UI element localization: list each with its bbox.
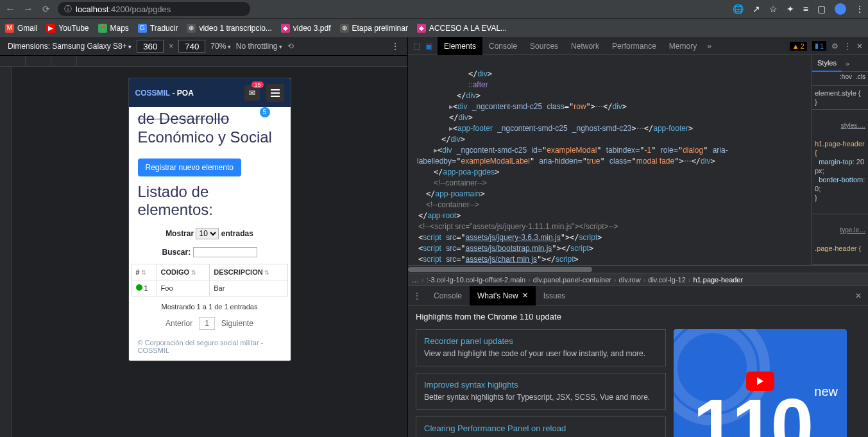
devtools-panel: ⬚ ▣ ElementsConsoleSourcesNetworkPerform…: [407, 37, 868, 437]
page-1-button[interactable]: 1: [199, 317, 215, 330]
element-style-block[interactable]: element.style { }: [812, 86, 868, 110]
col-desc[interactable]: DESCRIPCION: [210, 264, 287, 280]
reading-list-icon[interactable]: ≡: [803, 4, 808, 14]
whatsnew-video[interactable]: new 110: [674, 329, 847, 437]
style-rule-block[interactable]: styles.… h1.page-header { margin-top: 20…: [812, 110, 868, 214]
datatable-length: Mostrar 10 entradas: [129, 224, 291, 243]
close-tab-icon[interactable]: ✕: [522, 291, 528, 300]
drawer-menu-icon[interactable]: ⋮: [408, 291, 426, 300]
datatable-search: Buscar:: [129, 243, 291, 261]
media-icon[interactable]: ▢: [817, 4, 826, 14]
emulated-device: COSSMIL - POA ✉ 15 de DesarrolloEco: [129, 78, 291, 361]
url-host: localhost:4200/poa/pgdes: [76, 4, 171, 14]
list-title: Listado de elementos:: [129, 183, 291, 224]
device-more-icon[interactable]: ⋮: [391, 41, 400, 51]
device-width-input[interactable]: [137, 40, 164, 53]
whatsnew-headline: Highlights from the Chrome 110 update: [416, 312, 860, 321]
page-length-select[interactable]: 10: [196, 228, 219, 239]
page-title: de DesarrolloEconómico y Social 5: [138, 110, 282, 147]
prev-button[interactable]: Anterior: [166, 319, 192, 328]
profile-avatar-icon[interactable]: [835, 3, 846, 15]
styles-tab[interactable]: Styles: [812, 55, 842, 72]
notification-badge: 15: [251, 81, 263, 88]
col-number[interactable]: #: [132, 264, 157, 280]
devtools-tab-elements[interactable]: Elements: [438, 37, 482, 55]
dom-path-bar[interactable]: … ›:-3.col-lg-10.col-lg-offset-2.main›di…: [408, 273, 868, 286]
promo-new-label: new: [814, 384, 838, 399]
styles-more-icon[interactable]: »: [842, 60, 853, 67]
datatable-info: Mostrando 1 a 1 de 1 entradas: [129, 299, 291, 314]
devtools-tab-sources[interactable]: Sources: [523, 37, 565, 55]
hero-badge: 5: [260, 107, 270, 117]
throttle-dropdown[interactable]: No throttling: [236, 42, 282, 51]
device-height-input[interactable]: [178, 40, 205, 53]
drawer-tab-console[interactable]: Console: [426, 286, 470, 305]
device-toggle-icon[interactable]: ▣: [425, 42, 432, 51]
dom-tree[interactable]: </div> ::after </div> ▸<div _ngcontent-s…: [408, 55, 812, 265]
address-bar[interactable]: ⓘ localhost:4200/poa/pgdes: [58, 2, 250, 16]
bookmark-item[interactable]: ▶YouTube: [46, 24, 89, 33]
promo-version-label: 110: [693, 382, 810, 437]
device-toolbar: Dimensions: Samsung Galaxy S8+ × 70% No …: [0, 37, 407, 55]
search-input[interactable]: [193, 247, 257, 257]
next-button[interactable]: Siguiente: [221, 319, 253, 328]
issues-badge[interactable]: ▮1: [812, 41, 826, 51]
rotate-icon[interactable]: ⟲: [287, 42, 294, 51]
devtools-tab-memory[interactable]: Memory: [663, 37, 703, 55]
bookmarks-bar: MGmail▶YouTube📍MapsGTraducir⊕video 1 tra…: [0, 18, 868, 37]
device-emulator-panel: Dimensions: Samsung Galaxy S8+ × 70% No …: [0, 37, 407, 437]
info-icon: ⓘ: [64, 4, 72, 15]
devtools-tab-performance[interactable]: Performance: [606, 37, 663, 55]
hov-toggle[interactable]: :hov: [840, 73, 852, 84]
cls-toggle[interactable]: .cls: [856, 73, 865, 84]
back-icon[interactable]: ←: [4, 3, 17, 15]
share-icon[interactable]: ↗: [753, 4, 760, 14]
notifications-button[interactable]: ✉ 15: [244, 85, 260, 101]
devtools-menu-icon[interactable]: ⋮: [844, 42, 851, 51]
bookmark-item[interactable]: ◆ACCESO A LA EVAL...: [417, 24, 507, 33]
app-footer: © Corporación del seguro social militar …: [129, 332, 291, 361]
forward-icon[interactable]: →: [22, 3, 35, 15]
inspect-icon[interactable]: ⬚: [413, 42, 420, 51]
data-table: # CODIGO DESCRIPCION 1 Foo Bar: [132, 264, 288, 296]
styles-pane: Styles » :hov .cls element.style { } sty…: [812, 55, 868, 265]
ruler-horizontal: [0, 55, 407, 67]
register-button[interactable]: Registrar nuevo elemento: [138, 159, 241, 176]
bookmark-item[interactable]: MGmail: [5, 24, 37, 33]
devtools-drawer: ⋮ Console What's New✕ Issues ✕ Highlight…: [408, 286, 868, 437]
drawer-tab-issues[interactable]: Issues: [536, 286, 574, 305]
devtools-tab-console[interactable]: Console: [482, 37, 523, 55]
zoom-dropdown[interactable]: 70%: [210, 42, 231, 51]
bookmark-star-icon[interactable]: ☆: [769, 4, 778, 14]
expand-icon[interactable]: [136, 284, 142, 291]
warnings-badge[interactable]: ▲2: [790, 42, 807, 51]
bookmark-item[interactable]: ⊕Etapa preliminar: [340, 24, 408, 33]
device-dropdown[interactable]: Dimensions: Samsung Galaxy S8+: [8, 42, 132, 51]
dimension-separator: ×: [169, 42, 173, 51]
reload-icon[interactable]: ⟳: [42, 4, 50, 14]
devtools-close-icon[interactable]: ✕: [856, 42, 863, 51]
devtools-tab-network[interactable]: Network: [565, 37, 606, 55]
dom-scrollbar[interactable]: [408, 265, 868, 273]
whatsnew-card[interactable]: Improved syntax higlightsBetter syntax h…: [416, 373, 666, 410]
col-code[interactable]: CODIGO: [157, 264, 210, 280]
drawer-close-icon[interactable]: ✕: [849, 291, 868, 300]
more-tabs-icon[interactable]: »: [703, 42, 715, 51]
bookmark-item[interactable]: ◆video 3.pdf: [281, 24, 331, 33]
bookmark-item[interactable]: 📍Maps: [98, 24, 129, 33]
drawer-tab-whatsnew[interactable]: What's New✕: [470, 286, 536, 305]
bookmark-item[interactable]: ⊕video 1 transcripcio...: [187, 24, 271, 33]
whatsnew-card[interactable]: Recorder panel updatesView and highlight…: [416, 329, 666, 366]
app-brand: COSSMIL - POA: [135, 89, 194, 98]
browser-chrome: ← → ⟳ ⓘ localhost:4200/poa/pgdes 🌐 ↗ ☆ ✦…: [0, 0, 868, 18]
translate-icon[interactable]: 🌐: [733, 4, 744, 14]
menu-toggle-button[interactable]: [266, 84, 284, 102]
table-row: 1 Foo Bar: [132, 280, 287, 296]
bookmark-item[interactable]: GTraducir: [138, 24, 178, 33]
datatable-paging: Anterior 1 Siguiente: [129, 314, 291, 332]
settings-icon[interactable]: ⚙: [831, 42, 838, 51]
menu-icon[interactable]: ⋮: [855, 4, 864, 14]
whatsnew-card[interactable]: Clearing Performance Panel on reload: [416, 416, 666, 437]
extensions-icon[interactable]: ✦: [787, 4, 794, 14]
style-rule-block-2[interactable]: type.le… .page-header {: [812, 214, 868, 265]
